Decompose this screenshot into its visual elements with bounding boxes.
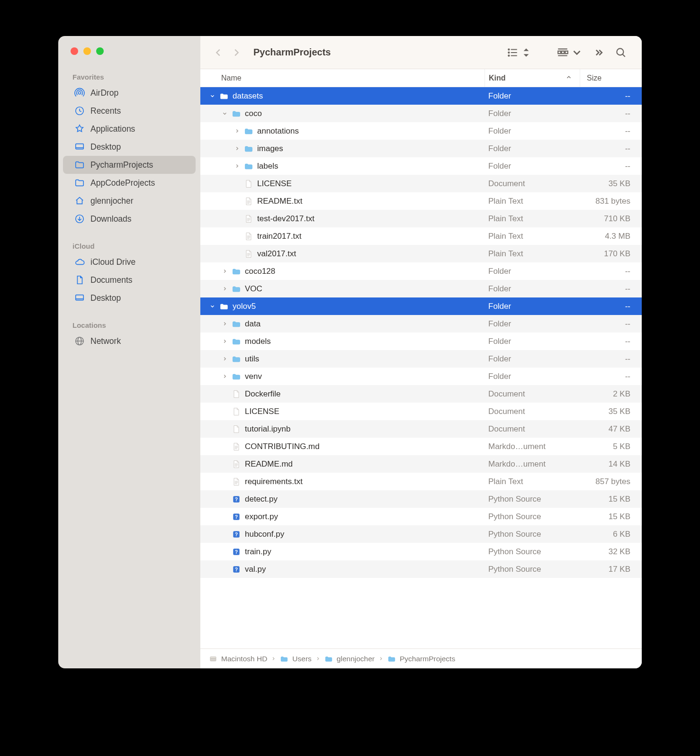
minimize-button[interactable]	[83, 47, 91, 55]
sidebar-item-airdrop[interactable]: AirDrop	[63, 84, 196, 102]
file-size: --	[580, 354, 642, 364]
file-row[interactable]: ?train.pyPython Source32 KB	[200, 543, 642, 560]
sidebar-item-label: Documents	[90, 275, 133, 285]
disclosure-triangle-icon	[233, 180, 240, 187]
disclosure-triangle-icon[interactable]	[221, 286, 228, 292]
sidebar-item-icloud-drive[interactable]: iCloud Drive	[63, 253, 196, 271]
file-kind: Markdo…ument	[485, 442, 580, 451]
forward-button[interactable]	[230, 46, 243, 59]
sidebar-item-appcodeprojects[interactable]: AppCodeProjects	[63, 174, 196, 192]
file-name: test-dev2017.txt	[257, 214, 314, 224]
sidebar-item-pycharmprojects[interactable]: PycharmProjects	[63, 156, 196, 174]
file-size: 17 KB	[580, 565, 642, 574]
file-name: data	[245, 319, 260, 329]
file-row[interactable]: ?val.pyPython Source17 KB	[200, 560, 642, 578]
sidebar-item-downloads[interactable]: Downloads	[63, 210, 196, 228]
search-button[interactable]	[611, 45, 630, 60]
file-row[interactable]: README.mdMarkdo…ument14 KB	[200, 455, 642, 473]
file-row[interactable]: VOCFolder--	[200, 280, 642, 297]
path-crumb[interactable]: Macintosh HD	[209, 655, 267, 663]
file-row[interactable]: val2017.txtPlain Text170 KB	[200, 245, 642, 262]
view-list-button[interactable]	[506, 45, 533, 60]
path-crumb[interactable]: glennjocher	[324, 655, 375, 663]
file-row[interactable]: LICENSEDocument35 KB	[200, 175, 642, 192]
zoom-button[interactable]	[96, 47, 104, 55]
file-list: datasetsFolder--cocoFolder--annotationsF…	[200, 87, 642, 648]
svg-point-13	[508, 52, 509, 53]
sidebar-item-label: PycharmProjects	[90, 160, 153, 170]
file-name: coco	[245, 109, 262, 118]
disclosure-triangle-icon[interactable]	[209, 303, 215, 310]
file-size: --	[580, 284, 642, 294]
sidebar-item-recents[interactable]: Recents	[63, 102, 196, 120]
file-row[interactable]: ?detect.pyPython Source15 KB	[200, 490, 642, 508]
chevron-right-icon	[271, 655, 276, 663]
file-row[interactable]: CONTRIBUTING.mdMarkdo…ument5 KB	[200, 438, 642, 455]
file-row[interactable]: README.txtPlain Text831 bytes	[200, 192, 642, 210]
close-button[interactable]	[71, 47, 78, 55]
path-crumb[interactable]: Users	[280, 655, 311, 663]
file-name: val.py	[245, 565, 266, 574]
file-row[interactable]: modelsFolder--	[200, 333, 642, 350]
sidebar-item-applications[interactable]: Applications	[63, 120, 196, 138]
disclosure-triangle-icon[interactable]	[209, 93, 215, 99]
disclosure-triangle-icon[interactable]	[221, 356, 228, 362]
file-row[interactable]: imagesFolder--	[200, 140, 642, 157]
disclosure-triangle-icon[interactable]	[221, 338, 228, 345]
file-row[interactable]: tutorial.ipynbDocument47 KB	[200, 420, 642, 438]
column-size[interactable]: Size	[580, 74, 642, 82]
file-row[interactable]: venvFolder--	[200, 368, 642, 385]
file-kind: Plain Text	[485, 197, 580, 206]
sidebar-item-documents[interactable]: Documents	[63, 271, 196, 289]
file-row[interactable]: DockerfileDocument2 KB	[200, 385, 642, 403]
file-name: datasets	[233, 91, 263, 101]
file-row[interactable]: annotationsFolder--	[200, 122, 642, 140]
file-row[interactable]: requirements.txtPlain Text857 bytes	[200, 473, 642, 490]
sort-indicator-icon	[565, 74, 572, 82]
path-crumb[interactable]: PycharmProjects	[387, 655, 455, 663]
disclosure-triangle-icon[interactable]	[221, 268, 228, 275]
file-row[interactable]: dataFolder--	[200, 315, 642, 333]
file-kind: Folder	[485, 109, 580, 118]
disclosure-triangle-icon	[221, 478, 228, 485]
folder-icon	[244, 162, 253, 171]
home-icon	[74, 196, 85, 206]
disclosure-triangle-icon[interactable]	[221, 373, 228, 380]
file-row[interactable]: utilsFolder--	[200, 350, 642, 368]
file-name: images	[257, 144, 283, 153]
disclosure-triangle-icon[interactable]	[221, 110, 228, 117]
file-row[interactable]: datasetsFolder--	[200, 87, 642, 105]
folder-icon	[74, 178, 85, 188]
sidebar-item-network[interactable]: Network	[63, 332, 196, 350]
file-row[interactable]: cocoFolder--	[200, 105, 642, 122]
file-row[interactable]: ?hubconf.pyPython Source6 KB	[200, 525, 642, 543]
file-row[interactable]: LICENSEDocument35 KB	[200, 403, 642, 420]
file-size: --	[580, 109, 642, 118]
py-icon: ?	[232, 565, 241, 574]
sidebar-item-glennjocher[interactable]: glennjocher	[63, 192, 196, 210]
file-row[interactable]: labelsFolder--	[200, 157, 642, 175]
more-button[interactable]	[588, 45, 607, 60]
file-row[interactable]: test-dev2017.txtPlain Text710 KB	[200, 210, 642, 227]
file-name: models	[245, 337, 271, 346]
file-row[interactable]: coco128Folder--	[200, 262, 642, 280]
sidebar-item-desktop[interactable]: Desktop	[63, 138, 196, 156]
disclosure-triangle-icon[interactable]	[233, 163, 240, 170]
disclosure-triangle-icon	[221, 408, 228, 415]
file-row[interactable]: yolov5Folder--	[200, 297, 642, 315]
group-by-button[interactable]	[556, 45, 583, 60]
folder-icon	[244, 144, 253, 153]
disclosure-triangle-icon[interactable]	[233, 128, 240, 135]
back-button[interactable]	[212, 46, 225, 59]
disclosure-triangle-icon	[221, 549, 228, 555]
column-kind[interactable]: Kind	[485, 69, 580, 87]
sidebar-item-label: Network	[90, 336, 121, 346]
disclosure-triangle-icon[interactable]	[221, 321, 228, 327]
py-icon: ?	[232, 512, 241, 522]
file-row[interactable]: train2017.txtPlain Text4.3 MB	[200, 227, 642, 245]
disclosure-triangle-icon[interactable]	[233, 145, 240, 152]
sidebar-item-desktop[interactable]: Desktop	[63, 289, 196, 307]
column-name[interactable]: Name	[200, 74, 485, 82]
file-kind: Python Source	[485, 547, 580, 557]
file-row[interactable]: ?export.pyPython Source15 KB	[200, 508, 642, 525]
